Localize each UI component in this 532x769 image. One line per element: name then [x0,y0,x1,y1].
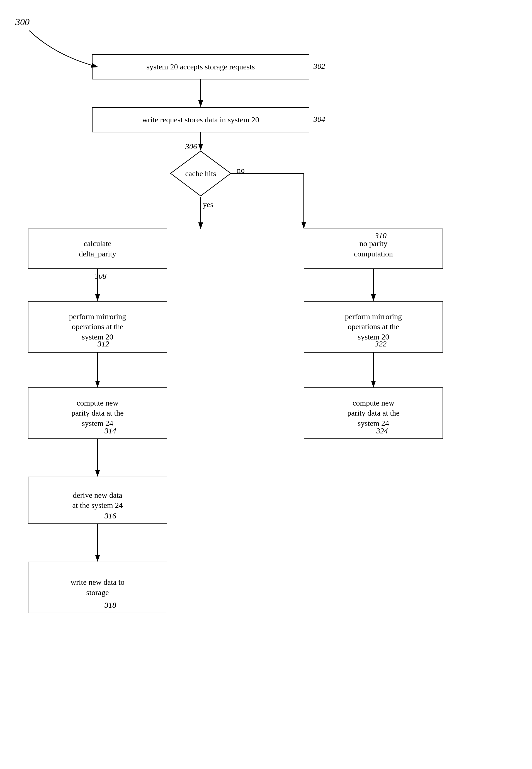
ref-302: 302 [314,62,325,71]
flowchart-diagram: 300 system 20 accepts storage requests 3… [0,0,532,769]
ref-322: 322 [375,339,387,348]
box-318: write new data to storage [28,562,167,613]
ref-324: 324 [376,426,388,435]
box-304: write request stores data in system 20 [92,107,309,132]
diagram-title: 300 [15,17,30,27]
ref-306: 306 [185,142,197,151]
ref-312: 312 [98,339,109,348]
box-324: compute new parity data at the system 24 [304,387,443,439]
ref-310: 310 [375,231,387,240]
ref-304: 304 [314,115,325,124]
box-310: no parity computation [304,229,443,269]
edge-label-yes: yes [203,200,213,209]
box-322: perform mirroring operations at the syst… [304,301,443,353]
edge-label-no: no [237,166,245,175]
ref-308: 308 [95,272,106,281]
diamond-306: cache hits [170,151,231,197]
ref-314: 314 [105,426,116,435]
box-314: compute new parity data at the system 24 [28,387,167,439]
box-302: system 20 accepts storage requests [92,54,309,79]
box-308: calculate delta_parity [28,229,167,269]
box-316: derive new data at the system 24 [28,477,167,524]
ref-318: 318 [105,601,116,610]
ref-316: 316 [105,511,116,520]
